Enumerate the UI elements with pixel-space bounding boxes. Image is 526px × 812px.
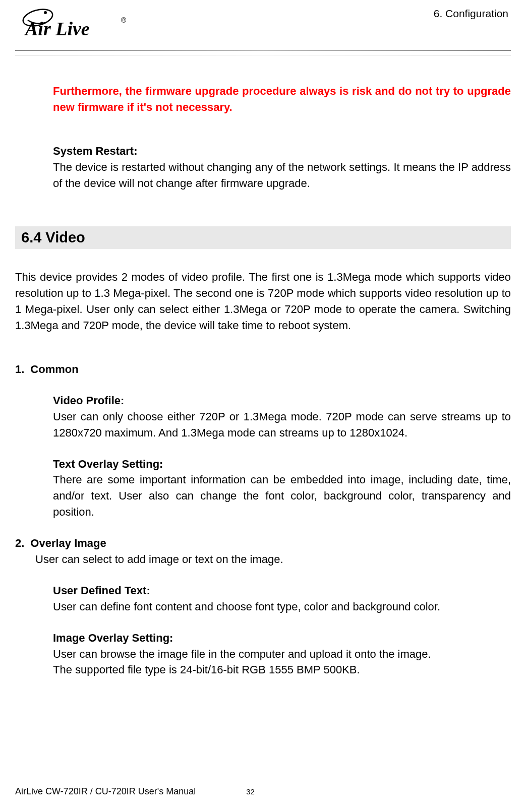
item2-number: 2. (15, 535, 24, 551)
user-defined-body: User can define font content and choose … (53, 599, 511, 615)
video-profile-label: Video Profile: (53, 393, 511, 409)
item-common: 1. Common Video Profile: User can only c… (15, 361, 511, 520)
page-footer: AirLive CW-720IR / CU-720IR User's Manua… (15, 786, 511, 797)
system-restart-body: The device is restarted without changing… (53, 159, 511, 192)
video-profile-section: Video Profile: User can only choose eith… (15, 393, 511, 441)
image-overlay-body2: The supported file type is 24-bit/16-bit… (53, 662, 511, 678)
item2-title: Overlay Image (30, 535, 106, 551)
system-restart-section: System Restart: The device is restarted … (15, 143, 511, 192)
footer-page-number: 32 (246, 787, 255, 796)
image-overlay-section: Image Overlay Setting: User can browse t… (15, 630, 511, 678)
text-overlay-section: Text Overlay Setting: There are some imp… (15, 456, 511, 521)
page-header: Air Live ® 6. Configuration (15, 0, 511, 42)
item1-title: Common (30, 361, 78, 378)
warning-text: Furthermore, the firmware upgrade proced… (15, 83, 511, 115)
content-area: Furthermore, the firmware upgrade proced… (15, 55, 511, 678)
image-overlay-body1: User can browse the image file in the co… (53, 646, 511, 662)
separator-line (15, 50, 511, 51)
item-overlay-image: 2. Overlay Image User can select to add … (15, 535, 511, 678)
image-overlay-label: Image Overlay Setting: (53, 630, 511, 646)
logo: Air Live ® (15, 5, 146, 42)
svg-text:Air Live: Air Live (24, 18, 90, 39)
user-defined-text-section: User Defined Text: User can define font … (15, 583, 511, 615)
system-restart-label: System Restart: (53, 143, 511, 159)
section-heading-video: 6.4 Video (15, 226, 511, 249)
footer-manual-title: AirLive CW-720IR / CU-720IR User's Manua… (15, 786, 196, 797)
text-overlay-label: Text Overlay Setting: (53, 456, 511, 472)
text-overlay-body: There are some important information can… (53, 472, 511, 520)
chapter-title: 6. Configuration (434, 5, 511, 20)
item1-number: 1. (15, 361, 24, 378)
svg-text:®: ® (121, 16, 127, 24)
video-intro: This device provides 2 modes of video pr… (15, 269, 511, 334)
video-profile-body: User can only choose either 720P or 1.3M… (53, 409, 511, 441)
svg-point-1 (44, 11, 47, 14)
user-defined-label: User Defined Text: (53, 583, 511, 599)
item2-intro: User can select to add image or text on … (15, 551, 511, 568)
